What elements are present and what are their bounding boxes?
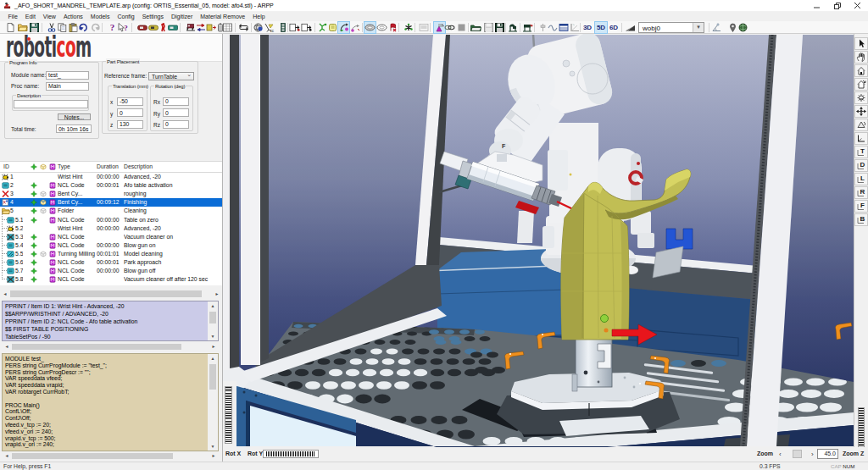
ramp-button[interactable] [625, 22, 636, 33]
task-row-4[interactable]: 4Bent Cy...00:09:12Finishing [0, 198, 222, 207]
rx-field[interactable]: 0 [163, 97, 189, 106]
rotate-view-button[interactable] [854, 119, 868, 131]
mode-6d-button[interactable]: 6D [608, 22, 620, 33]
home-view-button[interactable] [854, 78, 868, 91]
rot-y-slider[interactable] [263, 450, 319, 458]
scroll-right-icon[interactable]: ► [212, 289, 222, 299]
grid-table-button[interactable] [222, 22, 233, 33]
menu-actions[interactable]: Actions [59, 12, 86, 21]
rot-x-slider[interactable] [225, 386, 232, 444]
x-field[interactable]: -50 [117, 97, 143, 106]
mode-5d-button[interactable]: 5D [595, 22, 607, 33]
menu-settings[interactable]: Settings [138, 12, 167, 21]
y-field[interactable]: 0 [117, 108, 143, 117]
ruler-angle-button[interactable] [569, 22, 580, 33]
zoom-home-button[interactable] [854, 64, 868, 77]
ry-field[interactable]: 0 [163, 108, 189, 117]
task-table-header[interactable]: ID Type Duration Description [0, 162, 222, 173]
titlebar[interactable]: _AFO_SHORT_MANDREL_TEMPLATE.arp (config:… [0, 0, 868, 12]
notes-button[interactable]: Notes... [58, 113, 91, 120]
list-gray-button[interactable] [418, 22, 429, 33]
pendant-red-button[interactable] [136, 22, 147, 33]
scrollbar-arrow[interactable]: ▼ [208, 442, 218, 451]
pendant-teal-button[interactable] [167, 22, 178, 33]
task-row-5.6[interactable]: 5.6NCL Code00:00:01Park approach [0, 258, 222, 267]
code-hscrollbar[interactable]: ◄ ► [2, 451, 219, 461]
task-row-5[interactable]: 5FolderCleaning [0, 207, 222, 215]
code-vscrollbar[interactable]: ▲ ▼ [208, 354, 218, 451]
view-R-button[interactable]: R [854, 186, 868, 199]
task-table-hscrollbar[interactable]: ◄ ► [0, 289, 222, 299]
machine-export-button[interactable] [522, 22, 533, 33]
menu-view[interactable]: View [39, 12, 59, 21]
proc-name-field[interactable]: Main [46, 82, 89, 91]
z-field[interactable]: 130 [117, 120, 143, 129]
pprint-hscrollbar[interactable]: ◄ ► [2, 342, 219, 351]
task-row-1[interactable]: 1Wrist Hint00:00:00Advanced, -20 [0, 173, 222, 181]
task-row-5.5[interactable]: 5.5Turning Milling00:01:01Model cleaning [0, 250, 222, 258]
zoom-value-field[interactable]: 45.0 [817, 449, 838, 459]
menu-config[interactable]: Config [114, 12, 138, 21]
view-B-button[interactable]: B [854, 213, 868, 226]
scrollbar-thumb[interactable] [12, 453, 173, 459]
scrollbar-thumb[interactable] [209, 312, 216, 323]
reference-frame-dropdown[interactable]: TurnTable ⌄ [148, 72, 194, 80]
close-button[interactable] [848, 0, 868, 12]
table-blue-button[interactable] [558, 22, 569, 33]
task-row-5.4[interactable]: 5.4NCL Code00:00:00Blow gun on [0, 241, 222, 250]
wave-button[interactable] [547, 22, 558, 33]
scrollbar-arrow[interactable]: ▲ [208, 354, 218, 362]
view-L-button[interactable]: L [854, 173, 868, 185]
description-field[interactable] [14, 100, 88, 108]
task-row-5.2[interactable]: 5.2Wrist Hint00:00:00Advanced, -20 [0, 224, 222, 233]
scrollbar-arrow[interactable]: ▲ [208, 301, 218, 310]
rapid-code-panel[interactable]: MODULE test_PERS string CurrProgModule :… [2, 353, 219, 451]
scroll-left-icon[interactable]: ◄ [0, 289, 10, 299]
menu-material-remove[interactable]: Material Remove [197, 12, 249, 21]
folder-open2-button[interactable] [470, 22, 481, 33]
scrollbar-arrow[interactable]: ◄ [2, 451, 12, 462]
record-red-button[interactable] [387, 22, 398, 33]
scrollbar-arrow[interactable]: ► [209, 451, 219, 462]
zoom-out-button[interactable]: ‹ [779, 451, 782, 458]
wobj-dropdown[interactable]: wobj0▾ [638, 22, 704, 33]
pan-hand-button[interactable] [854, 51, 868, 64]
menu-help[interactable]: Help [249, 12, 269, 21]
menu-file[interactable]: File [4, 12, 21, 21]
task-row-2[interactable]: 2NCL Code00:00:01Afo table activation [0, 181, 222, 190]
sim-note-yellow-button[interactable] [327, 22, 338, 33]
menu-edit[interactable]: Edit [21, 12, 39, 21]
sync-arrows-button[interactable] [238, 22, 249, 33]
machine-dark-button[interactable] [507, 22, 518, 33]
tool-tips-button[interactable] [403, 22, 414, 33]
world-globe-button[interactable] [737, 22, 748, 33]
scrollbar-arrow[interactable]: ◄ [2, 342, 12, 352]
select-arrow-button[interactable] [854, 37, 868, 50]
maximize-button[interactable] [827, 0, 848, 12]
view-corner-button[interactable] [854, 132, 868, 145]
scrollbar-thumb[interactable] [12, 344, 181, 350]
menu-models[interactable]: Models [86, 12, 114, 21]
menu-digitizer[interactable]: Digitizer [167, 12, 196, 21]
task-row-3[interactable]: 3Bent Cy...roughing [0, 190, 222, 198]
scrollbar-thumb[interactable] [209, 364, 216, 390]
task-row-5.7[interactable]: 5.7NCL Code00:00:00Blow gun off [0, 267, 222, 275]
angle-tool-button[interactable] [711, 22, 722, 33]
scrollbar-arrow[interactable]: ► [209, 342, 219, 352]
view-F-button[interactable]: F [854, 200, 868, 213]
zoom-slider[interactable] [793, 450, 802, 458]
export-program-button[interactable] [289, 22, 300, 33]
mode-3d-button[interactable]: 3D [581, 22, 593, 33]
move-view-button[interactable] [854, 105, 868, 118]
export-program2-button[interactable] [301, 22, 312, 33]
square-gray-button[interactable] [456, 22, 467, 33]
zoom-all-button[interactable] [854, 91, 868, 104]
module-name-field[interactable]: test_ [46, 71, 89, 80]
pprint-vscrollbar[interactable]: ▲ ▼ [208, 301, 218, 340]
scrollbar-thumb[interactable] [10, 290, 202, 297]
view-T-button[interactable]: T [854, 146, 868, 158]
sim-step-button[interactable] [349, 22, 360, 33]
task-row-5.1[interactable]: 5.1NCL Code00:00:00Table on zero [0, 216, 222, 224]
save-gray-button[interactable] [483, 22, 494, 33]
save-dark-button[interactable] [494, 22, 505, 33]
